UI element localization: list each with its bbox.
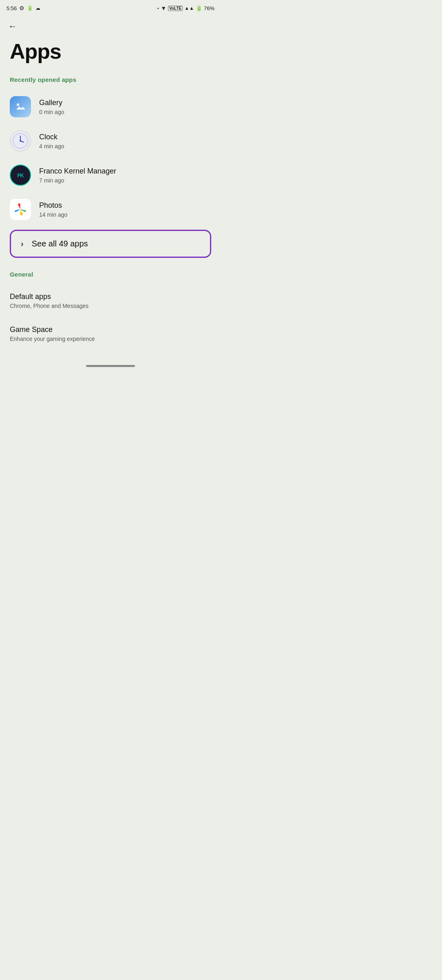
app-item-photos[interactable]: Photos 14 min ago	[0, 192, 221, 226]
photos-svg	[13, 202, 28, 217]
franco-kernel-app-info: Franco Kernel Manager 7 min ago	[39, 167, 116, 184]
default-apps-title: Default apps	[10, 292, 211, 301]
status-bar: 5:56 ⚙ 🔋 ☁ ● ▼ VoLTE ▲▲ 🔋 76%	[0, 0, 221, 15]
status-left: 5:56 ⚙ 🔋 ☁	[7, 5, 40, 11]
see-all-apps-button[interactable]: › See all 49 apps	[10, 230, 211, 258]
game-space-title: Game Space	[10, 325, 211, 334]
app-item-franco-kernel[interactable]: FK Franco Kernel Manager 7 min ago	[0, 158, 221, 192]
back-button[interactable]: ←	[7, 20, 19, 33]
gallery-icon	[10, 96, 31, 117]
svg-point-0	[17, 103, 19, 106]
clock-app-time: 4 min ago	[39, 143, 64, 149]
photos-icon	[10, 199, 31, 220]
bottom-handle	[86, 365, 135, 367]
franco-kernel-icon: FK	[10, 165, 31, 186]
cloud-icon: ☁	[35, 5, 40, 11]
battery-low-icon: 🔋	[27, 5, 33, 11]
signal-icon: ▲▲	[184, 5, 194, 11]
gallery-app-info: Gallery 0 min ago	[39, 99, 64, 115]
volte-icon: VoLTE	[168, 6, 183, 11]
svg-point-4	[20, 140, 21, 142]
time-display: 5:56	[7, 5, 17, 11]
photos-app-time: 14 min ago	[39, 211, 67, 218]
back-arrow-icon: ←	[8, 21, 17, 32]
gallery-app-name: Gallery	[39, 99, 64, 107]
photos-app-info: Photos 14 min ago	[39, 201, 67, 218]
app-item-gallery[interactable]: Gallery 0 min ago	[0, 90, 221, 124]
app-item-clock[interactable]: Clock 4 min ago	[0, 124, 221, 158]
status-right: ● ▼ VoLTE ▲▲ 🔋 76%	[157, 5, 214, 11]
clock-app-name: Clock	[39, 133, 64, 141]
clock-svg	[12, 133, 29, 149]
clock-icon	[10, 130, 31, 152]
clock-app-info: Clock 4 min ago	[39, 133, 64, 149]
bottom-bar	[0, 358, 221, 370]
page-title: Apps	[0, 37, 221, 73]
recently-opened-section-header: Recently opened apps	[0, 73, 221, 90]
photos-app-name: Photos	[39, 201, 67, 210]
default-apps-subtitle: Chrome, Phone and Messages	[10, 303, 211, 309]
gear-icon: ⚙	[19, 5, 24, 11]
gallery-svg	[14, 101, 27, 113]
wifi-icon: ▼	[161, 5, 166, 11]
general-section-header: General	[0, 268, 221, 284]
battery-icon: 🔋	[196, 5, 202, 11]
franco-kernel-app-time: 7 min ago	[39, 177, 116, 184]
back-row: ←	[0, 15, 221, 37]
see-all-apps-label: See all 49 apps	[32, 239, 88, 248]
chevron-right-icon: ›	[21, 239, 24, 248]
settings-item-game-space[interactable]: Game Space Enhance your gaming experienc…	[0, 317, 221, 350]
dot-indicator: ●	[157, 7, 159, 10]
gallery-app-time: 0 min ago	[39, 109, 64, 115]
fk-label: FK	[17, 172, 23, 178]
game-space-subtitle: Enhance your gaming experience	[10, 336, 211, 342]
settings-item-default-apps[interactable]: Default apps Chrome, Phone and Messages	[0, 284, 221, 317]
battery-percent: 76%	[204, 5, 214, 11]
franco-kernel-app-name: Franco Kernel Manager	[39, 167, 116, 176]
